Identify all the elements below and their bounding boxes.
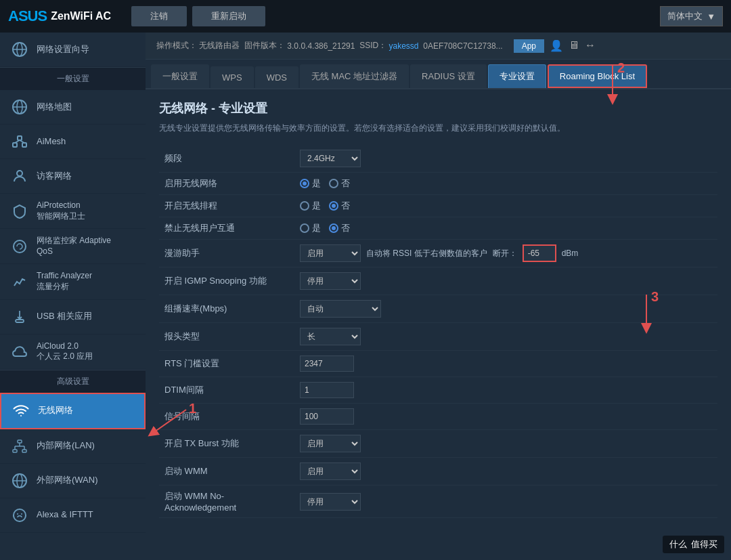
radio-no[interactable]: 否 xyxy=(329,222,350,234)
topbar: ASUS ZenWiFi AC 注销 重新启动 简体中文 ▼ xyxy=(0,0,731,33)
igmp-select[interactable]: 停用启用 xyxy=(300,272,361,290)
radio-circle xyxy=(300,179,309,188)
sidebar-item-aicloud[interactable]: AiCloud 2.0 个人云 2.0 应用 xyxy=(0,335,146,370)
mac-value: 0AEF708C7C12738... xyxy=(423,41,502,51)
tab-roaming[interactable]: Roaming Block List xyxy=(548,64,647,88)
sidebar-item-usb[interactable]: USB 相关应用 xyxy=(0,300,146,335)
monitor-icon[interactable]: 🖥 xyxy=(569,39,579,52)
usb-icon xyxy=(9,307,30,327)
tab-general[interactable]: 一般设置 xyxy=(151,64,209,88)
sidebar-item-qos[interactable]: 网络监控家 Adaptive QoS xyxy=(0,229,146,264)
sidebar-item-setup-wizard[interactable]: 网络设置向导 xyxy=(0,33,146,67)
app-button[interactable]: App xyxy=(514,39,544,53)
mode-value: 无线路由器 xyxy=(199,40,240,51)
multicast-select[interactable]: 自动 xyxy=(300,300,381,318)
sidebar: 网络设置向导 一般设置 网络地图 AiMesh 访客网络 AiProtectio… xyxy=(0,33,146,560)
svg-line-9 xyxy=(15,140,20,143)
asus-logo-text: ASUS xyxy=(8,7,47,25)
sidebar-item-wireless[interactable]: 无线网络 xyxy=(0,393,146,429)
field-label: 开启 IGMP Snooping 功能 xyxy=(159,267,294,295)
tab-wds[interactable]: WDS xyxy=(255,66,298,88)
radio-yes[interactable]: 是 xyxy=(300,222,321,234)
wmm-select[interactable]: 启用停用 xyxy=(300,462,361,480)
beacon-interval-input[interactable] xyxy=(300,408,354,425)
tab-professional[interactable]: 专业设置 xyxy=(488,64,546,88)
tx-burst-select[interactable]: 启用停用 xyxy=(300,435,361,452)
svg-point-11 xyxy=(17,171,22,176)
svg-point-25 xyxy=(21,513,22,515)
traffic-icon xyxy=(9,272,30,292)
table-row: 组播速率(Mbps) 自动 xyxy=(159,295,717,323)
cloud-icon xyxy=(9,341,30,362)
firmware-value: 3.0.0.4.386_21291 xyxy=(287,41,355,51)
svg-rect-6 xyxy=(13,143,17,147)
sidebar-item-label: 网络设置向导 xyxy=(37,44,89,56)
rssi-threshold-input[interactable] xyxy=(523,244,556,262)
sidebar-item-network-map[interactable]: 网络地图 xyxy=(0,90,146,125)
radio-circle xyxy=(300,223,309,233)
statusbar: 操作模式： 无线路由器 固件版本： 3.0.0.4.386_21291 SSID… xyxy=(146,33,731,60)
sidebar-item-alexa[interactable]: Alexa & IFTTT xyxy=(0,498,146,533)
tab-bar: 一般设置 WPS WDS 无线 MAC 地址过滤器 RADIUS 设置 专业设置… xyxy=(146,60,731,89)
ssid-value: yakessd xyxy=(389,41,419,51)
sidebar-item-lan[interactable]: 内部网络(LAN) xyxy=(0,429,146,464)
restart-button[interactable]: 重新启动 xyxy=(192,6,265,26)
radio-yes[interactable]: 是 xyxy=(300,177,321,190)
svg-point-24 xyxy=(17,513,18,515)
sidebar-item-label: 访客网络 xyxy=(37,171,72,182)
sidebar-item-guest-network[interactable]: 访客网络 xyxy=(0,159,146,194)
table-row: 开启 TX Burst 功能 启用停用 xyxy=(159,430,717,458)
svg-rect-8 xyxy=(18,136,22,140)
link-icon[interactable]: ↔ xyxy=(585,39,596,52)
radio-no[interactable]: 否 xyxy=(329,200,350,212)
disconnect-label: 断开： xyxy=(493,248,517,259)
field-label: 信号间隔 xyxy=(159,404,294,430)
mesh-icon xyxy=(9,131,30,152)
field-label: 开启无线排程 xyxy=(159,195,294,217)
sidebar-item-wan[interactable]: 外部网络(WAN) xyxy=(0,464,146,498)
rts-threshold-input[interactable] xyxy=(300,356,354,372)
page-title: 无线网络 - 专业设置 xyxy=(159,100,717,116)
roaming-select[interactable]: 启用停用 xyxy=(300,244,361,262)
sidebar-item-label: 网络监控家 Adaptive QoS xyxy=(37,236,111,257)
svg-point-12 xyxy=(14,240,26,253)
main-content: 无线网络 - 专业设置 无线专业设置提供您无线网络传输与效率方面的设置。若您没有… xyxy=(146,89,731,560)
table-row: RTS 门槛设置 xyxy=(159,351,717,377)
table-row: 信号间隔 xyxy=(159,404,717,430)
page-description: 无线专业设置提供您无线网络传输与效率方面的设置。若您没有选择适合的设置，建议采用… xyxy=(159,122,717,134)
sidebar-section-advanced: 高级设置 xyxy=(0,370,146,393)
table-row: 禁止无线用户互通 是 否 xyxy=(159,217,717,240)
dtim-input[interactable] xyxy=(300,382,354,398)
sidebar-item-aimesh[interactable]: AiMesh xyxy=(0,125,146,159)
sidebar-item-aiprotection[interactable]: AiProtection 智能网络卫士 xyxy=(0,194,146,229)
alexa-icon xyxy=(9,505,30,525)
table-row: 启动 WMM 启用停用 xyxy=(159,458,717,486)
field-label: 开启 TX Burst 功能 xyxy=(159,430,294,458)
field-label: 启用无线网络 xyxy=(159,173,294,195)
dbm-unit: dBm xyxy=(562,249,579,258)
lan-icon xyxy=(9,436,30,456)
user-icon[interactable]: 👤 xyxy=(550,39,563,52)
cancel-button[interactable]: 注销 xyxy=(131,6,187,26)
sidebar-item-traffic[interactable]: Traffic Analyzer 流量分析 xyxy=(0,264,146,299)
sidebar-item-label: 网络地图 xyxy=(37,102,72,113)
language-selector[interactable]: 简体中文 ▼ xyxy=(660,6,723,26)
svg-rect-13 xyxy=(18,440,22,443)
radio-no[interactable]: 否 xyxy=(329,177,350,190)
qos-icon xyxy=(9,236,30,257)
frequency-select[interactable]: 2.4GHz5GHz xyxy=(300,150,361,167)
tab-wps[interactable]: WPS xyxy=(211,66,254,88)
radio-yes[interactable]: 是 xyxy=(300,200,321,212)
tab-radius[interactable]: RADIUS 设置 xyxy=(410,64,487,88)
field-label: 频段 xyxy=(159,145,294,173)
tab-mac-filter[interactable]: 无线 MAC 地址过滤器 xyxy=(300,64,409,88)
topbar-buttons: 注销 重新启动 xyxy=(131,6,265,26)
settings-table: 频段 2.4GHz5GHz 启用无线网络 是 否 xyxy=(159,145,717,518)
enable-wireless-radio: 是 否 xyxy=(300,177,712,190)
field-label: 报头类型 xyxy=(159,323,294,351)
preamble-select[interactable]: 长短 xyxy=(300,328,361,345)
wmm-no-ack-select[interactable]: 停用启用 xyxy=(300,493,361,511)
table-row: 开启 IGMP Snooping 功能 停用启用 xyxy=(159,267,717,295)
field-label: 漫游助手 xyxy=(159,240,294,267)
table-row: 频段 2.4GHz5GHz xyxy=(159,145,717,173)
